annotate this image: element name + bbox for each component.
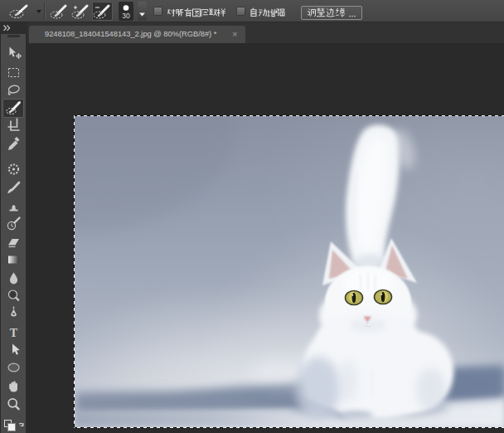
svg-text:T: T [10,327,18,339]
svg-text:30: 30 [122,12,130,20]
